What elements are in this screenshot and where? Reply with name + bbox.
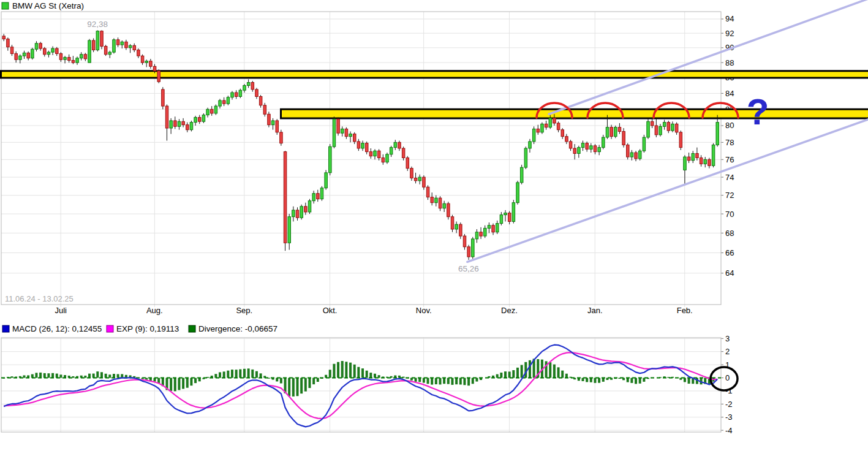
candle-down xyxy=(56,48,59,53)
candle-down xyxy=(137,50,140,56)
price-tick-label: 84 xyxy=(725,89,734,98)
macd-tick-label: -4 xyxy=(725,426,733,435)
macd-histogram-bar xyxy=(296,378,299,397)
macd-histogram-bar xyxy=(235,370,238,378)
candle-down xyxy=(280,132,283,143)
candle-up xyxy=(472,239,475,257)
candle-down xyxy=(557,123,560,130)
candle-up xyxy=(341,129,344,133)
candle-down xyxy=(68,58,71,61)
candle-up xyxy=(475,232,478,239)
candle-down xyxy=(141,56,144,63)
candle-down xyxy=(27,53,30,58)
macd-histogram-bar xyxy=(361,368,364,378)
candle-up xyxy=(96,31,99,50)
candle-up xyxy=(390,148,393,154)
candle-up xyxy=(386,154,389,162)
candle-up xyxy=(684,157,687,170)
candle-down xyxy=(700,158,703,164)
candle-up xyxy=(712,145,715,165)
macd-histogram-bar xyxy=(459,378,462,385)
stock-chart-page: BMW AG St (Xetra) 9492908886848280787674… xyxy=(0,0,868,467)
price-tick-label: 88 xyxy=(725,58,734,67)
candle-down xyxy=(353,134,357,142)
macd-histogram-bar xyxy=(231,370,233,378)
candle-up xyxy=(76,58,78,63)
trendline xyxy=(467,120,868,262)
candle-up xyxy=(206,109,209,115)
macd-histogram-bar xyxy=(11,376,13,378)
macd-histogram-bar xyxy=(467,378,470,386)
candle-down xyxy=(165,106,168,128)
macd-histogram-bar xyxy=(639,378,641,384)
candle-down xyxy=(149,61,153,67)
date-range-label: 11.06.24 - 13.02.25 xyxy=(5,294,74,303)
candle-up xyxy=(247,83,250,86)
candle-down xyxy=(398,142,401,148)
candle-up xyxy=(170,121,173,128)
macd-histogram-bar xyxy=(227,371,229,378)
candle-down xyxy=(235,93,238,96)
candle-down xyxy=(263,105,266,114)
macd-histogram-bar xyxy=(190,378,192,386)
candle-up xyxy=(47,52,50,55)
candle-down xyxy=(451,217,454,229)
macd-histogram-bar xyxy=(260,373,262,378)
candle-down xyxy=(116,40,119,45)
candle-up xyxy=(663,123,666,127)
macd-histogram-bar xyxy=(47,373,50,378)
candle-down xyxy=(186,125,189,130)
candle-up xyxy=(214,106,217,113)
candle-up xyxy=(455,224,458,229)
candle-down xyxy=(182,121,185,124)
candle-up xyxy=(671,124,674,131)
macd-histogram-bar xyxy=(549,362,551,378)
month-label: Juli xyxy=(55,306,67,315)
candle-down xyxy=(667,123,670,131)
candle-down xyxy=(100,31,104,47)
candle-up xyxy=(488,226,491,229)
macd-histogram-bar xyxy=(598,378,600,383)
macd-histogram-bar xyxy=(239,370,241,378)
candle-down xyxy=(627,145,630,157)
candle-down xyxy=(610,127,613,137)
macd-tick-label: -3 xyxy=(725,412,733,422)
month-label: Aug. xyxy=(146,306,163,315)
candle-down xyxy=(708,159,711,165)
candle-up xyxy=(202,115,205,122)
candle-up xyxy=(19,56,21,59)
price-tick-label: 74 xyxy=(725,173,734,182)
candle-up xyxy=(512,203,515,222)
candle-down xyxy=(174,121,177,126)
macd-histogram-bar xyxy=(43,373,46,378)
candle-up xyxy=(659,126,662,135)
candle-down xyxy=(2,36,6,39)
candle-down xyxy=(635,153,638,159)
macd-histogram-bar xyxy=(439,378,441,385)
title-legend-square xyxy=(2,2,9,9)
candle-down xyxy=(622,131,625,145)
price-tick-label: 70 xyxy=(725,210,734,219)
candle-up xyxy=(329,146,332,173)
macd-histogram-bar xyxy=(545,361,548,378)
candle-up xyxy=(51,48,55,52)
candle-up xyxy=(647,121,650,137)
candle-up xyxy=(64,58,67,60)
macd-histogram-bar xyxy=(105,374,107,378)
candle-up xyxy=(292,210,295,217)
macd-histogram-bar xyxy=(529,360,531,378)
macd-histogram-bar xyxy=(56,374,58,378)
candle-up xyxy=(31,49,34,58)
candle-up xyxy=(113,40,116,52)
price-tick-label: 94 xyxy=(725,14,734,23)
candle-down xyxy=(565,137,568,142)
macd-histogram-bar xyxy=(516,368,519,378)
macd-histogram-bar xyxy=(435,378,437,385)
price-panel-border xyxy=(1,12,721,305)
candle-down xyxy=(463,236,466,247)
candle-up xyxy=(524,148,527,167)
candle-down xyxy=(594,146,597,152)
candle-down xyxy=(365,143,368,152)
macd-histogram-bar xyxy=(329,370,331,378)
macd-histogram-bar xyxy=(186,378,189,388)
